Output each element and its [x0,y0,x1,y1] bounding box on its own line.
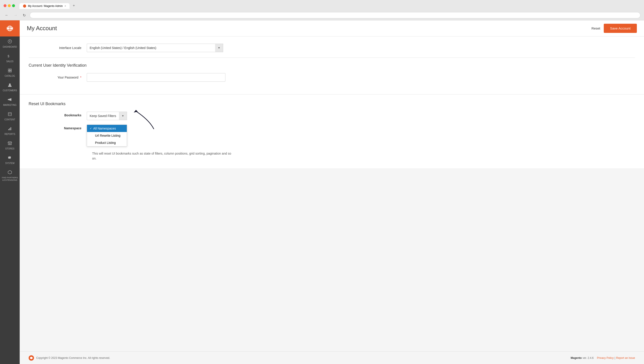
svg-rect-13 [10,127,11,130]
sidebar-item-sales[interactable]: $ SALES [0,51,20,66]
svg-rect-8 [8,99,8,100]
sidebar-item-label-extensions: FIND PARTNERS & EXTENSIONS [1,177,19,181]
interface-locale-section: Interface Locale English (United States)… [20,37,644,94]
forward-button[interactable]: → [12,13,19,18]
verification-section-heading: Current User Identity Verification [28,63,635,68]
sidebar-item-label-content: CONTENT [4,118,15,121]
tab-favicon [23,5,26,8]
footer-separator: | [614,356,615,359]
sidebar-item-extensions[interactable]: FIND PARTNERS & EXTENSIONS [0,167,20,184]
svg-point-7 [9,84,11,85]
bookmarks-label: Bookmarks [28,112,87,117]
back-button[interactable]: ← [4,13,10,18]
namespace-option-all[interactable]: ✓ All Namespaces [87,125,127,132]
sidebar-item-reports[interactable]: REPORTS [0,124,20,138]
reset-button[interactable]: Reset [592,27,600,30]
sidebar-item-catalog[interactable]: CATALOG [0,66,20,80]
svg-rect-12 [10,128,10,130]
reports-icon [8,126,12,132]
browser-tabs: My Account / Magento Admin × + [20,2,77,9]
svg-rect-4 [10,69,12,70]
magento-logo-icon [6,24,14,33]
namespace-dropdown[interactable]: ✓ All Namespaces Url Rewrite Listing Pro… [87,125,127,147]
footer-logo [28,355,34,361]
footer-magento-label: Magento [571,356,582,359]
namespace-list: ✓ All Namespaces Url Rewrite Listing Pro… [87,125,127,147]
dashboard-icon [8,39,12,45]
sidebar-item-dashboard[interactable]: DASHBOARD [0,37,20,51]
svg-marker-19 [30,356,32,359]
namespace-option-product-listing[interactable]: Product Listing [87,139,127,146]
password-row: Your Password * [28,73,635,82]
namespace-option-all-label: All Namespaces [93,127,116,130]
bookmarks-section-heading: Reset UI Bookmarks [28,102,635,106]
sidebar-item-label-catalog: CATALOG [5,75,15,77]
sidebar-item-label-marketing: MARKETING [3,104,16,107]
footer-left: Copyright © 2023 Magento Commerce Inc. A… [28,355,110,361]
password-label: Your Password * [28,76,87,79]
svg-rect-14 [8,143,12,145]
bookmark-description: This will reset UI bookmarks such as sta… [92,151,235,161]
sidebar-item-label-customers: CUSTOMERS [3,89,17,92]
tab-title: My Account / Magento Admin [28,5,62,8]
sidebar-item-marketing[interactable]: MARKETING [0,95,20,109]
svg-rect-9 [8,113,12,116]
page-body: Interface Locale English (United States)… [20,37,644,351]
required-indicator: * [80,76,82,79]
svg-rect-11 [8,129,9,130]
namespace-option-url-rewrite[interactable]: Url Rewrite Listing [87,132,127,139]
maximize-window-button[interactable] [12,4,15,7]
namespace-row: Namespace ✓ All Namespaces Url Rewrite L… [28,125,635,147]
tab-close-button[interactable]: × [64,5,66,8]
app-wrapper: DASHBOARD $ SALES CATALOG CUSTOMERS MARK… [0,20,644,364]
interface-locale-label: Interface Locale [28,46,87,50]
svg-point-1 [10,41,10,42]
password-control [87,73,226,82]
svg-marker-17 [8,170,12,174]
footer-right: Magento ver. 2.4.6 Privacy Policy | Repo… [571,356,635,359]
sidebar-logo[interactable] [0,20,20,37]
interface-locale-select-wrapper: English (United States) / English (Unite… [87,44,223,52]
sidebar: DASHBOARD $ SALES CATALOG CUSTOMERS MARK… [0,20,20,364]
sidebar-item-stores[interactable]: STORES [0,138,20,153]
address-bar[interactable] [30,12,640,18]
close-window-button[interactable] [4,4,6,7]
namespace-label: Namespace [28,125,87,130]
sidebar-item-label-dashboard: DASHBOARD [3,46,17,48]
system-icon [8,156,12,161]
bookmarks-select-wrapper: Keep Saved Filters ▼ [87,112,127,120]
sidebar-item-customers[interactable]: CUSTOMERS [0,80,20,95]
save-account-button[interactable]: Save Account [604,24,637,33]
new-tab-button[interactable]: + [70,2,77,9]
sidebar-item-label-reports: REPORTS [4,133,15,136]
stores-icon [8,141,12,147]
bookmarks-select[interactable]: Keep Saved Filters [87,112,127,120]
privacy-policy-link[interactable]: Privacy Policy [597,356,614,359]
interface-locale-select[interactable]: English (United States) / English (Unite… [87,44,223,52]
footer-copyright: Copyright © 2023 Magento Commerce Inc. A… [36,356,110,359]
svg-rect-5 [8,71,10,72]
footer-version: ver. 2.4.6 [582,356,594,359]
customers-icon [8,83,12,88]
svg-text:$: $ [8,54,10,58]
sidebar-item-system[interactable]: SYSTEM [0,153,20,167]
content-icon [8,112,12,117]
bookmarks-control: Keep Saved Filters ▼ [87,112,127,120]
minimize-window-button[interactable] [8,4,11,7]
sidebar-item-content[interactable]: CONTENT [0,109,20,124]
svg-rect-6 [10,71,12,72]
refresh-button[interactable]: ↻ [22,13,27,18]
bookmarks-section: Reset UI Bookmarks Bookmarks Keep Saved … [20,94,644,168]
interface-locale-row: Interface Locale English (United States)… [28,44,635,52]
sales-icon: $ [8,54,12,59]
report-issue-link[interactable]: Report an Issue [616,356,635,359]
svg-rect-3 [8,69,10,70]
sidebar-item-label-sales: SALES [6,60,14,63]
sidebar-item-label-system: SYSTEM [5,162,14,165]
window-controls[interactable] [4,4,15,7]
extensions-icon [8,170,12,176]
active-tab[interactable]: My Account / Magento Admin × [20,3,70,9]
main-content: My Account Reset Save Account Interface … [20,20,644,364]
sidebar-item-label-stores: STORES [5,147,14,150]
password-input[interactable] [87,73,226,82]
